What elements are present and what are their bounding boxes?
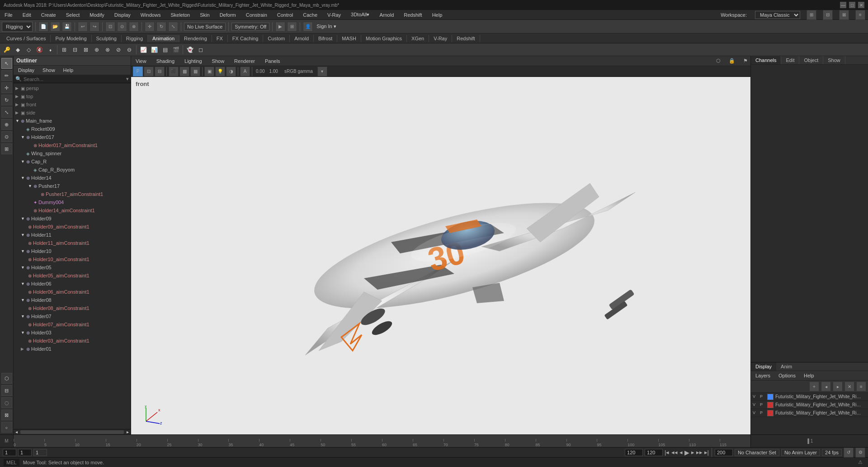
tab-curves-surfaces[interactable]: Curves / Surfaces bbox=[2, 35, 51, 42]
prev-layer-btn[interactable]: ◂ bbox=[821, 381, 831, 391]
next-layer-btn[interactable]: ▸ bbox=[833, 381, 843, 391]
object-tab[interactable]: Object bbox=[799, 56, 823, 64]
edit-tab[interactable]: Edit bbox=[781, 56, 799, 64]
next-frame-btn[interactable]: ▸ bbox=[691, 449, 694, 456]
layout-icon-2[interactable]: ⊟ bbox=[823, 10, 833, 20]
tab-arnold[interactable]: Arnold bbox=[290, 35, 314, 42]
viewport-show-menu[interactable]: Show bbox=[210, 57, 226, 65]
tree-item-holder05-constraint[interactable]: ⊗ Holder05_aimConstraint1 bbox=[14, 272, 131, 280]
del-layer-btn[interactable]: ✕ bbox=[844, 381, 854, 391]
tree-item-wing-spinner[interactable]: ◈ Wing_spinner bbox=[14, 149, 131, 157]
show-tab[interactable]: Show bbox=[823, 56, 845, 64]
constraint6-btn[interactable]: ⊘ bbox=[113, 45, 123, 55]
snap-btn[interactable]: ⊕ bbox=[129, 22, 139, 32]
layout-icon-1[interactable]: ⊞ bbox=[807, 10, 816, 20]
tree-item-holder11-constraint[interactable]: ⊗ Holder11_aimConstraint1 bbox=[14, 239, 131, 247]
loop-btn[interactable]: ↺ bbox=[844, 448, 854, 457]
move-btn[interactable]: ✛ bbox=[145, 22, 155, 32]
tree-item-cap-r[interactable]: ▼ ⊕ Cap_R bbox=[14, 157, 131, 166]
vp-shadow-btn[interactable]: ◑ bbox=[226, 67, 236, 76]
viewport-shading-menu[interactable]: Shading bbox=[155, 57, 176, 65]
snap-curve[interactable]: ◌ bbox=[1, 397, 12, 408]
viewport-lock-icon[interactable]: 🔒 bbox=[729, 58, 735, 64]
menu-display[interactable]: Display bbox=[113, 11, 132, 19]
viewport-view-menu[interactable]: View bbox=[134, 57, 148, 65]
view-cube[interactable]: ⬡ bbox=[1, 373, 12, 384]
tab-custom[interactable]: Custom bbox=[263, 35, 290, 42]
render-frame-btn[interactable]: ▶ bbox=[275, 22, 285, 32]
scale-btn[interactable]: ⤡ bbox=[168, 22, 178, 32]
command-mode-label[interactable]: MEL bbox=[4, 459, 19, 466]
frame-current-input[interactable]: 1 bbox=[18, 449, 32, 456]
play-prev-btn[interactable]: ◂◂ bbox=[671, 449, 678, 456]
range-end2-input[interactable]: 120 bbox=[645, 449, 663, 456]
scale-tool[interactable]: ⤡ bbox=[1, 107, 12, 118]
tab-sculpting[interactable]: Sculpting bbox=[92, 35, 122, 42]
soft-select-tool[interactable]: ⊙ bbox=[1, 131, 12, 142]
layer-options-btn[interactable]: ≡ bbox=[856, 381, 866, 391]
viewport[interactable]: front bbox=[131, 77, 750, 434]
tab-xgen[interactable]: XGen bbox=[407, 35, 429, 42]
vp-wire-shade-btn[interactable]: ▦ bbox=[190, 67, 200, 76]
constraint1-btn[interactable]: ⊞ bbox=[59, 45, 69, 55]
vp-smooth-shade-btn[interactable]: ⬛ bbox=[169, 67, 179, 76]
vp-persp-btn[interactable]: P bbox=[133, 67, 143, 76]
channels-tab[interactable]: Channels bbox=[751, 56, 781, 64]
maximize-button[interactable]: □ bbox=[849, 2, 855, 8]
tab-animation[interactable]: Animation bbox=[148, 35, 179, 42]
vp-ortho-btn[interactable]: ⊡ bbox=[144, 67, 154, 76]
undo-btn[interactable]: ↩ bbox=[78, 22, 88, 32]
menu-constrain[interactable]: Constrain bbox=[244, 11, 269, 19]
menu-create[interactable]: Create bbox=[39, 11, 58, 19]
tree-item-persp[interactable]: ▶ ▣ persp bbox=[14, 84, 131, 92]
tree-item-holder06-constraint[interactable]: ⊗ Holder06_aimConstraint1 bbox=[14, 288, 131, 296]
layer-v1[interactable]: V bbox=[753, 394, 758, 400]
tree-item-holder11[interactable]: ▼ ⊕ Holder11 bbox=[14, 231, 131, 239]
playback-options-btn[interactable]: ⚙ bbox=[855, 448, 865, 457]
tree-item-holder01[interactable]: ▶ ⊕ Holder01 bbox=[14, 345, 131, 353]
tree-item-rocket009[interactable]: ◈ Rocket009 bbox=[14, 125, 131, 133]
tree-item-holder07[interactable]: ▼ ⊕ Holder07 bbox=[14, 312, 131, 320]
vp-texture-btn[interactable]: ▣ bbox=[204, 67, 214, 76]
tab-motion-graphics[interactable]: Motion Graphics bbox=[361, 35, 407, 42]
menu-deform[interactable]: Deform bbox=[218, 11, 238, 19]
key-icon[interactable]: 🔑 bbox=[2, 45, 12, 55]
outliner-help-menu[interactable]: Help bbox=[61, 67, 75, 74]
paint-tool[interactable]: ✏ bbox=[1, 70, 12, 81]
camera-seq-btn[interactable]: 🎬 bbox=[171, 45, 181, 55]
layer-color-1[interactable] bbox=[767, 394, 774, 400]
tree-item-front[interactable]: ▶ ▣ front bbox=[14, 100, 131, 109]
constraint3-btn[interactable]: ⊠ bbox=[81, 45, 91, 55]
tree-item-cap-r-boyyom[interactable]: ◈ Cap_R_Boyyom bbox=[14, 166, 131, 174]
constraint4-btn[interactable]: ⊕ bbox=[92, 45, 102, 55]
mute-btn[interactable]: 🔇 bbox=[34, 45, 44, 55]
tree-item-holder09-constraint[interactable]: ⊗ Holder09_aimConstraint1 bbox=[14, 223, 131, 231]
constraint7-btn[interactable]: ⊖ bbox=[124, 45, 134, 55]
layer-v3[interactable]: V bbox=[753, 410, 758, 416]
tree-item-holder017-constraint[interactable]: ⊗ Holder017_aimConstraint1 bbox=[14, 141, 131, 149]
viewport-renderer-menu[interactable]: Renderer bbox=[232, 57, 257, 65]
sign-in-btn[interactable]: 👤 bbox=[303, 22, 313, 32]
vp-light-btn[interactable]: 💡 bbox=[215, 67, 225, 76]
scroll-right-btn[interactable]: ▸ bbox=[125, 429, 131, 434]
prev-frame-btn[interactable]: ◂ bbox=[679, 449, 683, 456]
tree-item-holder08[interactable]: ▼ ⊕ Holder08 bbox=[14, 296, 131, 304]
menu-select[interactable]: Select bbox=[64, 11, 82, 19]
play-btn[interactable]: ▶ bbox=[684, 449, 689, 456]
menu-redshift[interactable]: Redshift bbox=[402, 11, 424, 19]
select-tool[interactable]: ↖ bbox=[1, 58, 12, 69]
snap-point[interactable]: ⊠ bbox=[1, 410, 12, 420]
trax-btn[interactable]: ▤ bbox=[160, 45, 170, 55]
inbetween-btn[interactable]: ⬧ bbox=[45, 45, 55, 55]
layer-p2[interactable]: P bbox=[760, 402, 765, 408]
snap-grid[interactable]: ⊟ bbox=[1, 385, 12, 396]
viewport-panels-menu[interactable]: Panels bbox=[263, 57, 282, 65]
tree-item-holder017[interactable]: ▼ ⊕ Holder017 bbox=[14, 133, 131, 141]
layer-color-3[interactable] bbox=[767, 410, 774, 416]
no-anim-layer-dropdown[interactable]: No Anim Layer bbox=[781, 449, 820, 456]
close-button[interactable]: ✕ bbox=[858, 2, 864, 8]
scroll-left-btn[interactable]: ◂ bbox=[14, 429, 19, 434]
outliner-display-menu[interactable]: Display bbox=[16, 67, 36, 74]
tab-fx[interactable]: FX bbox=[212, 35, 228, 42]
play-next-btn[interactable]: ▸▸ bbox=[696, 449, 703, 456]
